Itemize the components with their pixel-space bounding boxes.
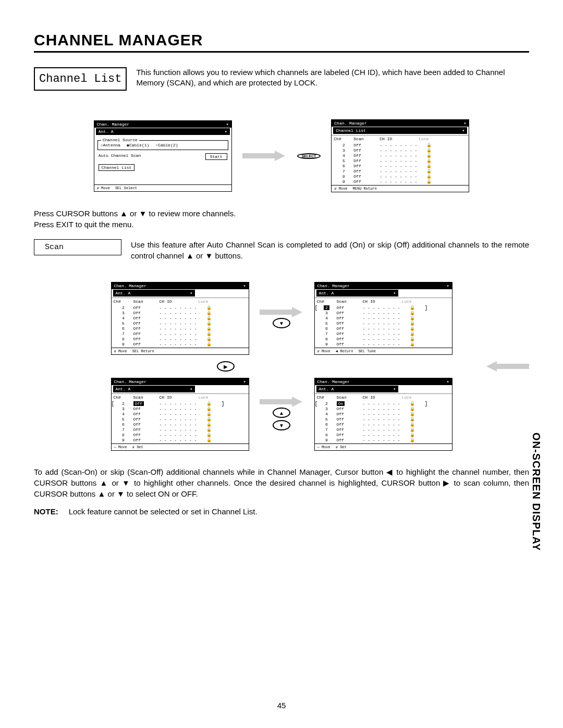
side-tab: ON-SCREEN DISPLAY (530, 433, 542, 551)
osd-list-b: Chan. Manager▾ Ant. A▾ Ch#ScanCH IDLock … (314, 282, 452, 355)
scan-text: Use this feature after Auto Channel Scan… (131, 239, 529, 261)
intro-text: This function allows you to review which… (136, 67, 529, 89)
remote-down-icon: ▼ (273, 318, 290, 328)
mid-instructions: Press CURSOR buttons ▲ or ▼ to review mo… (34, 208, 529, 230)
page-number: 45 (277, 701, 286, 710)
bottom-instructions: To add (Scan-On) or skip (Scan-Off) addi… (34, 466, 529, 499)
channel-table-1: 2Off- - - - - - - -🔒 3Off- - - - - - - -… (332, 142, 469, 185)
osd-list-d: Chan. Manager▾ Ant. A▾ Ch#ScanCH IDLock … (314, 378, 452, 451)
osd-list-a: Chan. Manager▾ Ant. A▾ Ch#ScanCH IDLock … (111, 282, 249, 355)
note-row: NOTE: Lock feature cannot be selected or… (34, 507, 529, 516)
section-label-box: Channel List (34, 67, 127, 91)
section-label-text: Channel List (39, 72, 121, 85)
osd-list-c: Chan. Manager▾ Ant. A▾ Ch#ScanCH IDLock … (111, 378, 249, 451)
select-button-icon: SELECT (297, 153, 321, 159)
scan-label-box: Scan (34, 239, 121, 255)
page-title: CHANNEL MANAGER (34, 31, 529, 53)
osd-chan-manager-source: Chan. Manager▾ Ant. A▾ Channel Source ○A… (94, 120, 232, 192)
arrow-right-1 (242, 151, 287, 161)
remote-down-icon-2: ▼ (273, 420, 290, 430)
arrow-right-2 (260, 307, 304, 317)
osd-channel-list: Chan. Manager▾ Channel List▾ Ch#ScanCH I… (331, 119, 469, 192)
arrow-right-3 (260, 397, 304, 406)
remote-right-icon: ▶ (217, 361, 235, 372)
note-text: Lock feature cannot be selected or set i… (69, 507, 258, 516)
note-label: NOTE: (34, 507, 58, 516)
remote-up-icon: ▲ (273, 408, 290, 418)
arrow-left-connector (425, 362, 529, 371)
